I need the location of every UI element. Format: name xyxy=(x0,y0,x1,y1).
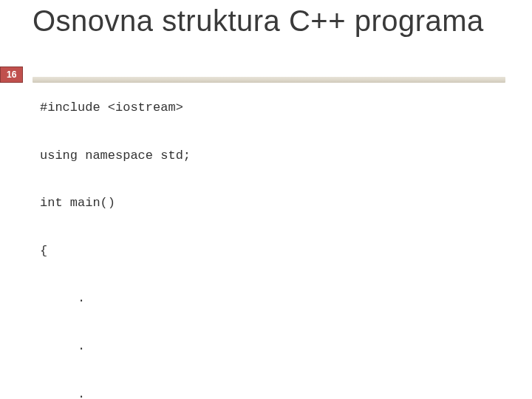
page-number: 16 xyxy=(7,69,16,80)
code-line: . xyxy=(40,291,85,305)
slide-title: Osnovna struktura C++ programa xyxy=(33,3,484,38)
code-line: . xyxy=(40,387,85,399)
code-line: using namespace std; xyxy=(40,149,191,163)
code-block: #include <iostream> using namespace std;… xyxy=(40,96,191,399)
code-line: #include <iostream> xyxy=(40,100,183,115)
code-line: int main() xyxy=(40,196,115,210)
page-number-badge: 16 xyxy=(0,66,23,83)
slide: 16 Osnovna struktura C++ programa #inclu… xyxy=(0,0,532,399)
code-line: . xyxy=(40,339,85,353)
title-underline xyxy=(33,77,505,83)
code-line: { xyxy=(40,244,47,258)
